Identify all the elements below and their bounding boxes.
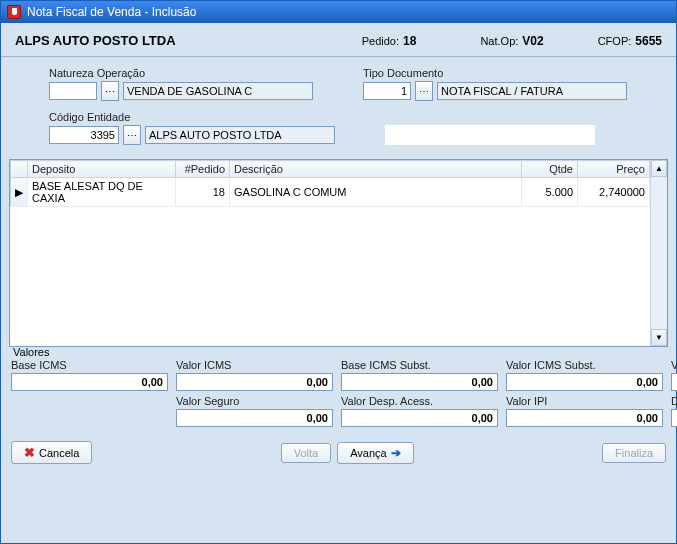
col-pedido[interactable]: #Pedido <box>176 161 230 178</box>
cfop-kv: CFOP: 5655 <box>598 34 662 48</box>
tipodoc-lookup-button[interactable]: ⋯ <box>415 81 433 101</box>
entidade-group: Código Entidade ⋯ <box>49 111 335 145</box>
cfop-value: 5655 <box>635 34 662 48</box>
table-row[interactable]: ▶ BASE ALESAT DQ DE CAXIA 18 GASOLINA C … <box>11 178 650 207</box>
base-icms-subst-input[interactable] <box>341 373 498 391</box>
app-icon <box>7 5 21 19</box>
valores-legend: Valores <box>13 346 49 358</box>
cell-pedido[interactable]: 18 <box>176 178 230 207</box>
scroll-up-button[interactable]: ▲ <box>651 160 667 177</box>
cell-qtde[interactable]: 5.000 <box>522 178 578 207</box>
col-qtde[interactable]: Qtde <box>522 161 578 178</box>
tipodoc-label: Tipo Documento <box>363 67 627 79</box>
natop-value: V02 <box>522 34 543 48</box>
valor-icms-subst-input[interactable] <box>506 373 663 391</box>
entidade-label: Código Entidade <box>49 111 335 123</box>
tipodoc-desc-field <box>437 82 627 100</box>
content: ALPS AUTO POSTO LTDA Pedido: 18 Nat.Op: … <box>1 23 676 464</box>
pedido-kv: Pedido: 18 <box>362 34 417 48</box>
form-area: Natureza Operação ⋯ Tipo Documento ⋯ <box>1 57 676 159</box>
valor-seguro-input[interactable] <box>176 409 333 427</box>
entidade-code-input[interactable] <box>49 126 119 144</box>
natureza-lookup-button[interactable]: ⋯ <box>101 81 119 101</box>
cell-deposito[interactable]: BASE ALESAT DQ DE CAXIA <box>28 178 176 207</box>
cfop-label: CFOP: <box>598 35 632 47</box>
header-strip: ALPS AUTO POSTO LTDA Pedido: 18 Nat.Op: … <box>1 23 676 57</box>
col-deposito[interactable]: Deposito <box>28 161 176 178</box>
v-base-icms-subst: Base ICMS Subst. <box>341 359 498 391</box>
natop-label: Nat.Op: <box>480 35 518 47</box>
titlebar[interactable]: Nota Fiscal de Venda - Inclusão <box>1 1 676 23</box>
scroll-track[interactable] <box>651 177 667 329</box>
valor-icms-input[interactable] <box>176 373 333 391</box>
blank-group <box>385 111 595 145</box>
desconto-input[interactable] <box>671 409 677 427</box>
natureza-group: Natureza Operação ⋯ <box>49 67 313 101</box>
v-valor-icms-subst: Valor ICMS Subst. <box>506 359 663 391</box>
base-icms-input[interactable] <box>11 373 168 391</box>
cancela-button[interactable]: ✖ Cancela <box>11 441 92 464</box>
valor-ipi-input[interactable] <box>506 409 663 427</box>
row-marker-icon: ▶ <box>11 178 28 207</box>
finaliza-button[interactable]: Finaliza <box>602 443 666 463</box>
v-valor-seguro: Valor Seguro <box>176 395 333 427</box>
grid-corner <box>11 161 28 178</box>
window: Nota Fiscal de Venda - Inclusão ALPS AUT… <box>0 0 677 544</box>
col-preco[interactable]: Preço <box>578 161 650 178</box>
avanca-button[interactable]: Avança ➔ <box>337 442 414 464</box>
v-valor-ipi: Valor IPI <box>506 395 663 427</box>
v-valor-frete: Valor Frete <box>671 359 677 391</box>
grid-scrollbar[interactable]: ▲ ▼ <box>650 160 667 346</box>
natureza-desc-field <box>123 82 313 100</box>
tipodoc-group: Tipo Documento ⋯ <box>363 67 627 101</box>
entidade-lookup-button[interactable]: ⋯ <box>123 125 141 145</box>
v-valor-icms: Valor ICMS <box>176 359 333 391</box>
valores-panel: Valores Base ICMS Valor ICMS Base ICMS S… <box>9 353 668 431</box>
forward-arrow-icon: ➔ <box>391 446 401 460</box>
natureza-label: Natureza Operação <box>49 67 313 79</box>
cell-preco[interactable]: 2,740000 <box>578 178 650 207</box>
valor-frete-input[interactable] <box>671 373 677 391</box>
blank-field <box>385 125 595 145</box>
v-valor-desp: Valor Desp. Acess. <box>341 395 498 427</box>
tipodoc-code-input[interactable] <box>363 82 411 100</box>
col-descricao[interactable]: Descrição <box>230 161 522 178</box>
company-name: ALPS AUTO POSTO LTDA <box>15 33 348 48</box>
entidade-desc-field <box>145 126 335 144</box>
natop-kv: Nat.Op: V02 <box>480 34 543 48</box>
pedido-label: Pedido: <box>362 35 399 47</box>
v-empty <box>11 395 168 427</box>
v-base-icms: Base ICMS <box>11 359 168 391</box>
scroll-down-button[interactable]: ▼ <box>651 329 667 346</box>
cancel-icon: ✖ <box>24 445 35 460</box>
button-row: ✖ Cancela Volta Avança ➔ Finaliza <box>11 441 666 464</box>
v-desconto: Desconto/Acréscimo <box>671 395 677 427</box>
volta-button[interactable]: Volta <box>281 443 331 463</box>
cell-descricao[interactable]: GASOLINA C COMUM <box>230 178 522 207</box>
window-title: Nota Fiscal de Venda - Inclusão <box>27 5 196 19</box>
natureza-code-input[interactable] <box>49 82 97 100</box>
valor-desp-input[interactable] <box>341 409 498 427</box>
pedido-value: 18 <box>403 34 416 48</box>
items-grid[interactable]: Deposito #Pedido Descrição Qtde Preço ▶ … <box>9 159 668 347</box>
